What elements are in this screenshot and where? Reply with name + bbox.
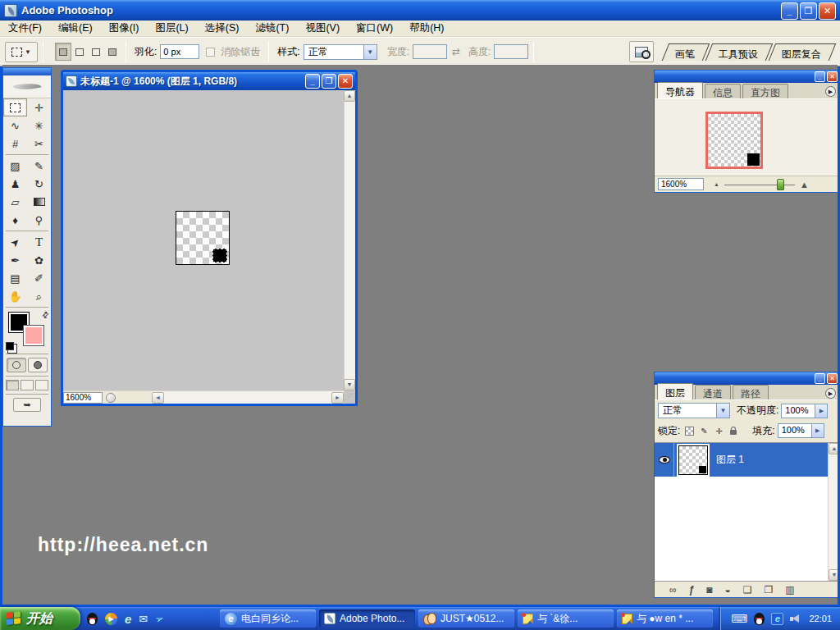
palette-close-button[interactable]: ✕ [827,373,838,384]
menu-help[interactable]: 帮助(H) [401,20,452,37]
delete-layer-icon[interactable]: ▥ [785,585,794,595]
intersect-selection-button[interactable] [104,43,121,61]
lasso-tool[interactable]: ∿ [3,116,27,135]
layer-style-icon[interactable]: ƒ [689,585,695,595]
qq-tray-icon[interactable] [754,613,765,625]
taskbar-window-forum[interactable]: e 电白同乡论... [220,609,316,628]
tool-preset-picker[interactable]: ▼ [5,42,38,62]
zoom-out-icon[interactable]: ▲ [714,181,719,187]
scroll-left-icon[interactable]: ◄ [152,392,164,404]
navigator-zoom-input[interactable] [658,178,704,190]
mail-icon[interactable]: ✉ [139,613,148,625]
horizontal-scrollbar[interactable]: ◄ ► [152,390,344,404]
slice-tool[interactable]: ✂ [27,135,51,153]
layer-name[interactable]: 图层 1 [716,453,744,467]
scroll-up-icon[interactable]: ▲ [344,90,355,102]
custom-shape-tool[interactable]: ✿ [27,251,51,269]
scroll-down-icon[interactable]: ▼ [829,569,838,581]
taskbar-window-just-chat[interactable]: JUST★0512... [418,609,514,628]
default-colors-icon[interactable] [6,342,14,350]
palette-minimize-button[interactable]: _ [815,373,825,384]
menu-layer[interactable]: 图层(L) [147,20,196,37]
blend-mode-dropdown[interactable]: 正常 ▼ [658,403,730,418]
zoom-percentage-input[interactable] [63,392,103,404]
scroll-right-icon[interactable]: ► [331,392,344,404]
resize-grip[interactable]: ⋰ [345,392,354,403]
lock-position-icon[interactable]: ✛ [713,425,724,436]
menu-select[interactable]: 选择(S) [197,20,248,37]
antialias-checkbox[interactable] [206,48,215,57]
fill-slider-icon[interactable]: ▶ [812,423,824,438]
toolbox-title-bar[interactable] [3,68,51,75]
menu-filter[interactable]: 滤镜(T) [247,20,297,37]
navigator-proxy-preview[interactable] [705,112,763,169]
tab-tool-presets[interactable]: 工具预设 [705,43,773,61]
lock-all-icon[interactable] [728,425,739,436]
blur-tool[interactable]: ♦ [3,211,27,229]
doc-close-button[interactable]: ✕ [338,74,353,89]
visibility-cell[interactable] [655,443,674,477]
title-bar[interactable]: Adobe Photoshop _ ❐ ✕ [0,0,840,21]
dodge-tool[interactable]: ⚲ [27,211,51,229]
fullscreen-mode-button[interactable] [35,380,48,390]
swap-colors-icon[interactable]: ⇄ [39,309,51,321]
tab-layer-comps[interactable]: 图层复合 [769,43,836,61]
eyedropper-tool[interactable]: ✐ [27,269,51,287]
menu-file[interactable]: 文件(F) [0,20,50,37]
menu-edit[interactable]: 编辑(E) [50,20,101,37]
eraser-tool[interactable]: ▱ [3,193,27,211]
new-selection-button[interactable] [55,43,71,61]
document-title-bar[interactable]: 未标题-1 @ 1600% (图层 1, RGB/8) _ ❐ ✕ [63,72,355,90]
doc-minimize-button[interactable]: _ [305,74,320,89]
navigator-title-bar[interactable]: _ ✕ [655,71,838,83]
new-group-icon[interactable]: ❏ [743,585,752,595]
swap-dimensions-icon[interactable]: ⇄ [452,46,460,57]
add-selection-button[interactable] [71,43,88,61]
navigator-zoom-slider[interactable] [724,179,795,190]
style-dropdown[interactable]: 正常 ▼ [304,44,377,60]
pen-tool[interactable]: ✒ [3,251,27,269]
adobe-logo[interactable] [3,75,51,98]
layers-scrollbar[interactable]: ▲ ▼ [828,443,838,581]
hand-tool[interactable]: ✋ [3,287,27,305]
quick-mask-mode-button[interactable] [28,358,48,372]
healing-brush-tool[interactable]: ▨ [3,157,27,175]
scroll-up-icon[interactable]: ▲ [829,443,838,454]
status-info-icon[interactable] [106,393,116,403]
taskbar-window-chat-1[interactable]: 与 `&徐... [518,609,614,628]
brush-tool[interactable]: ✎ [27,157,51,175]
type-tool[interactable]: T [27,233,51,251]
lock-transparency-icon[interactable] [683,425,695,436]
tab-channels[interactable]: 通道 [695,385,731,399]
menu-view[interactable]: 视图(V) [297,20,348,37]
rectangular-marquee-tool[interactable] [3,98,27,116]
magic-wand-tool[interactable]: ✳ [27,116,51,135]
layer-thumbnail[interactable] [678,445,708,475]
slider-thumb[interactable] [777,179,784,190]
link-layers-icon[interactable]: ∞ [669,585,677,595]
palette-close-button[interactable]: ✕ [827,71,838,82]
palette-minimize-button[interactable]: _ [815,71,825,82]
scroll-down-icon[interactable]: ▼ [344,379,355,390]
standard-screen-mode-button[interactable] [6,380,19,390]
palette-menu-icon[interactable]: ▶ [825,388,836,399]
doc-maximize-button[interactable]: ❐ [322,74,336,89]
height-input[interactable] [494,44,528,59]
minimize-button[interactable]: _ [781,2,798,20]
fullscreen-menubar-mode-button[interactable] [21,380,34,390]
history-brush-tool[interactable]: ↻ [27,175,51,193]
tab-layers[interactable]: 图层 [657,383,693,399]
taskbar-window-photoshop[interactable]: Adobe Photo... [319,609,415,628]
internet-explorer-icon[interactable]: e [125,612,131,626]
restore-button[interactable]: ❐ [800,2,817,20]
tab-paths[interactable]: 路径 [733,385,769,399]
pen-app-icon[interactable]: ➢ [153,611,166,626]
tab-info[interactable]: 信息 [705,84,741,98]
path-selection-tool[interactable]: ➤ [3,233,27,251]
tab-histogram[interactable]: 直方图 [742,84,788,98]
volume-icon[interactable] [790,614,801,624]
canvas[interactable] [176,211,230,265]
layer-row[interactable]: 图层 1 [655,443,828,477]
menu-image[interactable]: 图像(I) [101,20,148,37]
vertical-scrollbar[interactable]: ▲ ▼ [344,90,355,390]
